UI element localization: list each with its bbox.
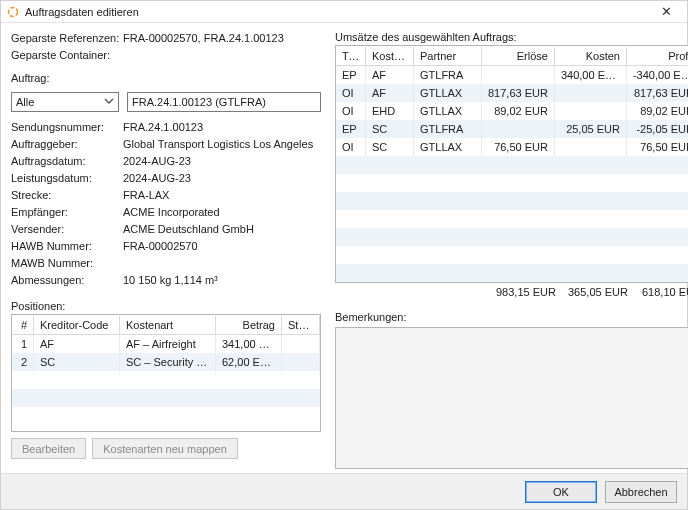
positions-buttons: Bearbeiten Kostenarten neu mappen (11, 438, 321, 459)
label-service-date: Leistungsdatum: (11, 171, 123, 186)
row-order-label: Auftrag: (11, 71, 321, 86)
turnover-col-partner[interactable]: Partner (414, 47, 482, 65)
value-shipper: ACME Deutschland GmbH (123, 222, 321, 237)
table-row (336, 192, 688, 210)
cell: 817,63 EUR (482, 84, 555, 102)
cell: SC – Security Ch... (120, 353, 216, 371)
label-hawb: HAWB Nummer: (11, 239, 123, 254)
cell: 340,00 EUR (555, 66, 627, 84)
table-row (336, 156, 688, 174)
ok-button[interactable]: OK (525, 481, 597, 503)
cell: -25,05 EUR (627, 120, 688, 138)
row-parsed-containers: Geparste Container: (11, 48, 321, 63)
value-hawb: FRA-00002570 (123, 239, 321, 254)
turnover-grid[interactable]: Typ Kosten... Partner Erlöse Kosten Prof… (335, 45, 688, 283)
label-consignee: Empfänger: (11, 205, 123, 220)
value-route: FRA-LAX (123, 188, 321, 203)
table-row (12, 371, 320, 389)
label-shipment-no: Sendungsnummer: (11, 120, 123, 135)
positions-col-tax[interactable]: Steuerpflichtig (282, 316, 320, 334)
cell: AF (34, 335, 120, 353)
order-value-text: FRA.24.1.00123 (GTLFRA) (132, 96, 266, 108)
right-column: Umsätze des ausgewählten Auftrags: Typ K… (335, 31, 688, 469)
close-icon[interactable]: ✕ (651, 4, 681, 19)
cell (555, 102, 627, 120)
table-row (336, 210, 688, 228)
turnover-col-typ[interactable]: Typ (336, 47, 366, 65)
turnover-totals: 983,15 EUR 365,05 EUR 618,10 EUR (335, 283, 688, 301)
table-row (12, 389, 320, 407)
cell (555, 138, 627, 156)
table-row[interactable]: 1 AF AF – Airfreight 341,00 EUR (12, 335, 320, 353)
remarks-input[interactable] (335, 327, 688, 469)
cell: -340,00 EUR (627, 66, 688, 84)
cell: EP (336, 66, 366, 84)
table-row[interactable]: EP AF GTLFRA 340,00 EUR -340,00 EUR (336, 66, 688, 84)
cell: 76,50 EUR (627, 138, 688, 156)
positions-col-idx[interactable]: # (12, 316, 34, 334)
cell: 89,02 EUR (482, 102, 555, 120)
value-mawb (123, 256, 321, 271)
positions-col-kind[interactable]: Kostenart (120, 316, 216, 334)
cell: AF – Airfreight (120, 335, 216, 353)
cell: SC (366, 120, 414, 138)
turnover-col-kind[interactable]: Kosten... (366, 47, 414, 65)
edit-button[interactable]: Bearbeiten (11, 438, 86, 459)
table-row[interactable]: OI SC GTLLAX 76,50 EUR 76,50 EUR (336, 138, 688, 156)
label-parsed-refs: Geparste Referenzen: (11, 31, 123, 46)
window-title: Auftragsdaten editieren (25, 6, 651, 18)
order-filter-select[interactable]: Alle (11, 92, 119, 112)
app-icon (7, 6, 19, 18)
positions-col-code[interactable]: Kreditor-Code (34, 316, 120, 334)
positions-col-amount[interactable]: Betrag (216, 316, 282, 334)
value-parsed-containers (123, 48, 321, 63)
value-service-date: 2024-AUG-23 (123, 171, 321, 186)
cell (282, 353, 320, 371)
turnover-col-rev[interactable]: Erlöse (482, 47, 555, 65)
turnover-header: Typ Kosten... Partner Erlöse Kosten Prof… (336, 46, 688, 66)
remap-button[interactable]: Kostenarten neu mappen (92, 438, 238, 459)
positions-header: # Kreditor-Code Kostenart Betrag Steuerp… (12, 315, 320, 335)
cell: OI (336, 102, 366, 120)
cell: 89,02 EUR (627, 102, 688, 120)
label-dimensions: Abmessungen: (11, 273, 123, 288)
cell: 25,05 EUR (555, 120, 627, 138)
cell (555, 84, 627, 102)
cell: GTLLAX (414, 102, 482, 120)
cell: GTLFRA (414, 120, 482, 138)
positions-body: 1 AF AF – Airfreight 341,00 EUR 2 SC SC … (12, 335, 320, 431)
label-shipper: Versender: (11, 222, 123, 237)
cell: 817,63 EUR (627, 84, 688, 102)
cell: 1 (12, 335, 34, 353)
label-order: Auftrag: (11, 71, 123, 86)
content-area: Geparste Referenzen: FRA-00002570, FRA.2… (1, 23, 687, 473)
value-shipment-no: FRA.24.1.00123 (123, 120, 321, 135)
total-rev: 983,15 EUR (481, 286, 556, 298)
value-client: Global Transport Logistics Los Angeles (123, 137, 321, 152)
turnover-col-cost[interactable]: Kosten (555, 47, 627, 65)
cell: OI (336, 84, 366, 102)
cell: 62,00 EUR (216, 353, 282, 371)
table-row (336, 246, 688, 264)
cell: GTLFRA (414, 66, 482, 84)
cell (482, 66, 555, 84)
total-cost: 365,05 EUR (556, 286, 628, 298)
table-row[interactable]: 2 SC SC – Security Ch... 62,00 EUR (12, 353, 320, 371)
table-row[interactable]: EP SC GTLFRA 25,05 EUR -25,05 EUR (336, 120, 688, 138)
cell: SC (34, 353, 120, 371)
label-positions: Positionen: (11, 300, 321, 312)
table-row (12, 407, 320, 425)
table-row[interactable]: OI AF GTLLAX 817,63 EUR 817,63 EUR (336, 84, 688, 102)
chevron-down-icon (104, 96, 114, 108)
turnover-body: EP AF GTLFRA 340,00 EUR -340,00 EUR OI A… (336, 66, 688, 282)
turnover-col-profit[interactable]: Profit (627, 47, 688, 65)
table-row[interactable]: OI EHD GTLLAX 89,02 EUR 89,02 EUR (336, 102, 688, 120)
cancel-button[interactable]: Abbrechen (605, 481, 677, 503)
order-selector-row: Alle FRA.24.1.00123 (GTLFRA) (11, 92, 321, 112)
cell: 2 (12, 353, 34, 371)
order-value-input[interactable]: FRA.24.1.00123 (GTLFRA) (127, 92, 321, 112)
label-mawb: MAWB Nummer: (11, 256, 123, 271)
total-profit: 618,10 EUR (628, 286, 688, 298)
positions-grid[interactable]: # Kreditor-Code Kostenart Betrag Steuerp… (11, 314, 321, 432)
cell: AF (366, 66, 414, 84)
